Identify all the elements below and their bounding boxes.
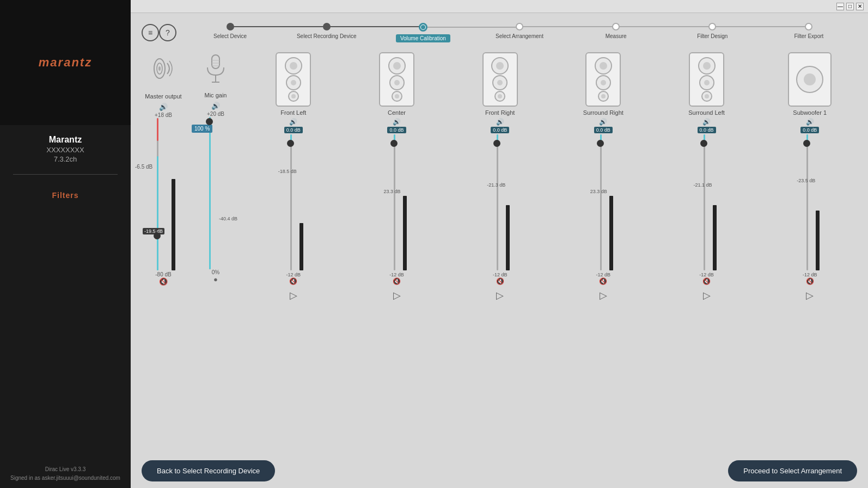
ch-db-badge-5: 0.0 dB <box>800 127 819 133</box>
mic-mute-icon[interactable]: 🔊 <box>211 102 220 110</box>
ch-db-low-4: -12 dB <box>699 272 714 277</box>
forward-button[interactable]: Proceed to Select Arrangement <box>728 460 857 481</box>
minimize-button[interactable]: — <box>836 3 844 10</box>
ch-handle-3[interactable] <box>597 140 604 147</box>
master-mute-icon[interactable]: 🔊 <box>159 103 168 111</box>
ch-fader-3[interactable]: 23.3 dB <box>592 134 614 270</box>
step-filter-export[interactable]: Filter Export <box>761 23 857 39</box>
ch-level-2: -21.3 dB <box>487 182 505 188</box>
ch-fader-wrap-4: 🔊 0.0 dB -21.1 dB -12 dB 🔇 <box>657 118 757 285</box>
version-label: Dirac Live v3.3.3 <box>10 465 120 474</box>
driver-lg-1 <box>285 57 302 75</box>
step-filter-design[interactable]: Filter Design <box>664 23 761 39</box>
master-mute-bottom-icon[interactable]: 🔇 <box>159 277 168 286</box>
help-button[interactable]: ? <box>159 24 176 41</box>
step-select-arrangement[interactable]: Select Arrangement <box>471 23 567 39</box>
ch-mute-4[interactable]: 🔊 <box>702 118 711 126</box>
step-recording-device[interactable]: Select Recording Device <box>278 23 375 39</box>
mic-dot-bottom: ● <box>213 275 218 283</box>
titlebar: — □ ✕ <box>131 0 868 13</box>
svg-rect-3 <box>212 55 219 69</box>
ch-fader-1[interactable]: 23.3 dB <box>386 134 408 270</box>
driver-sm-4 <box>598 91 609 102</box>
ch-mute-bot-4[interactable]: 🔇 <box>702 277 711 285</box>
close-button[interactable]: ✕ <box>856 3 864 10</box>
ch-mute-bot-1[interactable]: 🔇 <box>393 277 401 285</box>
driver-md-4 <box>596 75 611 90</box>
ch-fader-2[interactable]: -21.3 dB <box>489 134 511 270</box>
master-db-bot: -80 dB <box>155 271 171 277</box>
ch-fader-wrap-0: 🔊 0.0 dB -18.5 dB -12 dB 🔇 <box>243 118 344 285</box>
mic-percent-badge: 100 % <box>192 125 212 133</box>
ch-mute-0[interactable]: 🔊 <box>289 118 297 126</box>
play-btn-0[interactable]: ▷ <box>290 289 297 301</box>
play-btn-5[interactable]: ▷ <box>806 289 814 301</box>
channel-front-right: Front Right 🔊 0.0 dB -21.3 dB -12 dB 🔇 ▷ <box>450 52 550 448</box>
ch-mute-bot-0[interactable]: 🔇 <box>289 277 297 285</box>
ch-mute-2[interactable]: 🔊 <box>496 118 504 126</box>
ch-handle-1[interactable] <box>390 140 398 147</box>
mic-fader-handle[interactable] <box>206 118 213 125</box>
ch-level-5: -23.5 dB <box>797 178 815 183</box>
speaker-img-center <box>379 52 414 107</box>
ch-handle-4[interactable] <box>700 140 707 147</box>
master-db-top: +18 dB <box>155 112 172 118</box>
driver-lg-2 <box>388 57 406 75</box>
master-label: Master output <box>145 93 181 100</box>
ch-level-3: 23.3 dB <box>590 189 607 194</box>
play-btn-3[interactable]: ▷ <box>600 289 607 301</box>
play-btn-4[interactable]: ▷ <box>703 289 711 301</box>
master-fader-handle[interactable] <box>154 232 161 239</box>
mic-0pct: 0% <box>212 269 219 275</box>
play-btn-1[interactable]: ▷ <box>393 289 401 301</box>
driver-md-2 <box>389 75 405 90</box>
driver-sm-3 <box>494 91 505 102</box>
wizard-steps: ≡ ? Select Device Select Recording Devic… <box>131 13 868 47</box>
step-label-7: Filter Export <box>794 33 823 39</box>
svg-point-2 <box>158 66 161 71</box>
play-btn-2[interactable]: ▷ <box>496 289 504 301</box>
ch-mute-1[interactable]: 🔊 <box>393 118 401 126</box>
driver-md-5 <box>699 75 714 90</box>
ch-label-3: Surround Right <box>583 109 624 116</box>
ch-db-low-2: -12 dB <box>493 272 508 277</box>
menu-button[interactable]: ≡ <box>142 24 159 41</box>
step-dot-2 <box>323 23 331 30</box>
ch-fader-wrap-3: 🔊 0.0 dB 23.3 dB -12 dB 🔇 <box>553 118 653 285</box>
ch-fader-4[interactable]: -21.1 dB <box>696 134 718 270</box>
ch-mute-5[interactable]: 🔊 <box>806 118 814 126</box>
speaker-img-surround-right <box>585 52 621 107</box>
step-select-device[interactable]: Select Device <box>182 23 278 39</box>
step-label-4: Select Arrangement <box>496 33 543 39</box>
ch-fader-5[interactable]: -23.5 dB <box>799 134 821 270</box>
step-dot-3 <box>419 23 427 32</box>
ch-fader-0[interactable]: -18.5 dB <box>283 134 304 270</box>
ch-mute-bot-2[interactable]: 🔇 <box>496 277 504 285</box>
ch-handle-0[interactable] <box>287 140 294 147</box>
speaker-img-subwoofer <box>788 52 832 107</box>
driver-sub <box>796 66 823 93</box>
channel-surround-left: Surround Left 🔊 0.0 dB -21.1 dB -12 dB 🔇… <box>657 52 757 448</box>
content-area: Master output 🔊 +18 dB <box>131 47 868 454</box>
ch-mute-bot-3[interactable]: 🔇 <box>599 277 607 285</box>
ch-mute-3[interactable]: 🔊 <box>599 118 607 126</box>
step-dot-7 <box>805 23 812 30</box>
ch-mute-bot-5[interactable]: 🔇 <box>806 277 814 285</box>
signed-in-label: Signed in as asker.jitsuuui@soundunited.… <box>10 474 120 483</box>
mic-fader[interactable]: 100 % -40.4 dB <box>199 117 232 269</box>
driver-sm-1 <box>288 91 299 102</box>
ch-label-0: Front Left <box>280 109 306 116</box>
step-measure[interactable]: Measure <box>568 23 664 39</box>
sidebar-footer: Dirac Live v3.3.3 Signed in as asker.jit… <box>10 465 120 488</box>
ch-handle-5[interactable] <box>803 140 810 147</box>
step-label-5: Measure <box>606 33 627 39</box>
mic-db-top: +20 dB <box>207 111 224 117</box>
restore-button[interactable]: □ <box>846 3 854 10</box>
sidebar-divider <box>13 174 118 175</box>
step-dot-1 <box>227 23 234 30</box>
device-config: 7.3.2ch <box>46 155 84 163</box>
back-button[interactable]: Back to Select Recording Device <box>142 460 275 481</box>
ch-handle-2[interactable] <box>493 140 500 147</box>
master-db-mid: -6.5 dB <box>135 164 152 170</box>
master-fader[interactable]: -19.5 dB -6.5 dB <box>147 118 180 270</box>
